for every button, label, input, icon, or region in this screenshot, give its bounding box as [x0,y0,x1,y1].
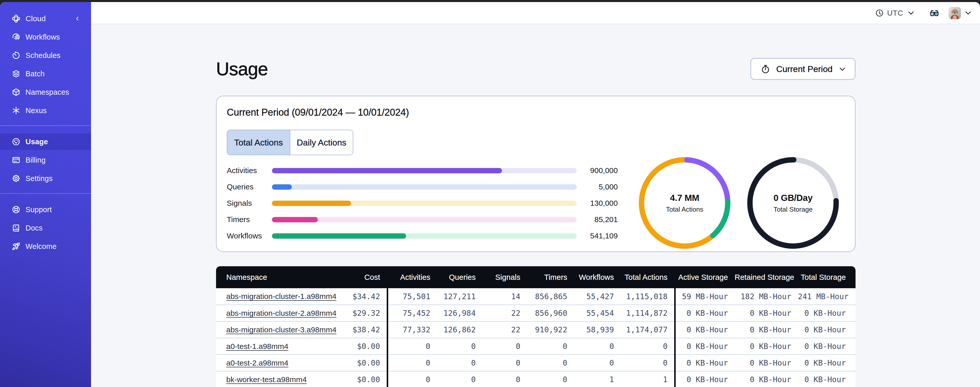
bar-track [272,217,577,222]
bar-label: Workflows [227,232,272,240]
period-select-label: Current Period [776,64,832,74]
value-cell: 0 KB-Hour [798,338,856,355]
timezone-dropdown[interactable]: UTC [876,9,914,18]
billing-icon [12,156,21,165]
table-row: abs-migration-cluster-1.a98mm4$34.4275,5… [216,288,856,305]
sidebar-brand[interactable]: Cloud [0,10,91,27]
value-cell: 59 MB-Hour [675,288,735,305]
sidebar-item-label: Docs [25,224,43,232]
bar-value: 900,000 [577,166,618,175]
page-title: Usage [216,58,268,79]
table-row: abs-migration-cluster-2.a98mm4$29.3275,4… [216,305,856,321]
labs-toggle[interactable] [930,10,939,17]
sidebar-item-welcome[interactable]: Welcome [0,238,91,254]
value-cell: 1,174,077 [620,321,675,338]
sidebar-item-label: Workflows [25,33,60,42]
namespace-link[interactable]: bk-worker-test.a98mm4 [226,375,307,384]
value-cell: 0 [387,338,437,355]
tab-total-actions[interactable]: Total Actions [227,130,290,155]
sidebar-item-billing[interactable]: Billing [0,152,91,168]
total-actions-donut [636,154,733,251]
bar-fill [272,184,292,190]
sidebar-item-namespaces[interactable]: Namespaces [0,84,91,100]
sidebar-item-docs[interactable]: Docs [0,220,91,236]
sidebar-item-usage[interactable]: Usage [0,134,91,150]
column-header-signals: Signals [482,266,527,288]
value-cell: 0 KB-Hour [735,371,798,387]
sidebar-item-label: Support [25,205,52,214]
value-cell: 0 KB-Hour [675,338,735,355]
column-header-namespace: Namespace [216,266,349,288]
sidebar-item-batch[interactable]: Batch [0,66,91,82]
content-container: Usage Current Period Current Period (09/… [216,58,856,387]
table-row: a0-test-2.a98mm4$0.000000000 KB-Hour0 KB… [216,355,856,371]
bar-fill [272,217,318,222]
value-cell: 0 KB-Hour [735,305,798,321]
account-menu[interactable] [949,6,971,19]
namespace-link[interactable]: a0-test-2.a98mm4 [226,359,288,367]
namespace-cell: abs-migration-cluster-3.a98mm4 [216,321,349,338]
value-cell: 0 [620,355,675,371]
bar-fill [272,168,502,173]
period-select-button[interactable]: Current Period [751,58,856,80]
usage-bar-row-timers: Timers 85,201 [227,211,618,228]
chevron-down-icon [965,10,971,16]
tab-daily-actions[interactable]: Daily Actions [290,130,353,155]
bar-value: 5,000 [577,182,618,191]
sidebar-brand-label: Cloud [25,14,46,23]
column-header-queries: Queries [437,266,482,288]
bar-label: Signals [227,199,272,208]
chevron-down-icon [839,66,846,72]
usage-bar-row-activities: Activities 900,000 [227,162,618,179]
card-title: Current Period (09/01/2024 — 10/01/2024) [227,107,845,118]
namespace-link[interactable]: abs-migration-cluster-1.a98mm4 [226,292,336,301]
value-cell: 0 [574,338,620,355]
column-header-active-storage: Active Storage [675,266,735,288]
value-cell: 1 [620,371,675,387]
usage-bar-row-queries: Queries 5,000 [227,179,618,195]
namespace-link[interactable]: abs-migration-cluster-3.a98mm4 [226,325,336,334]
collapse-sidebar-icon[interactable] [75,16,80,22]
avatar [949,6,961,19]
value-cell: 0 KB-Hour [735,355,798,371]
glasses-icon [930,10,939,17]
value-cell: 1 [574,371,620,387]
namespace-usage-table: NamespaceCostActivitiesQueriesSignalsTim… [216,266,856,387]
value-cell: 0 [437,371,482,387]
sidebar-item-support[interactable]: Support [0,201,91,218]
value-cell: 856,865 [527,288,574,305]
namespace-link[interactable]: abs-migration-cluster-2.a98mm4 [226,309,336,317]
chevron-down-icon [908,10,914,16]
sidebar-item-schedules[interactable]: Schedules [0,47,91,64]
table-row: abs-migration-cluster-3.a98mm4$38.4277,3… [216,321,856,338]
value-cell: 0 KB-Hour [675,355,735,371]
column-header-cost: Cost [349,266,387,288]
namespace-link[interactable]: a0-test-1.a98mm4 [226,342,288,350]
welcome-icon [12,242,21,251]
table-row: a0-test-1.a98mm4$0.000000000 KB-Hour0 KB… [216,338,856,355]
timezone-label: UTC [887,9,903,18]
bar-label: Timers [227,215,272,224]
value-cell: 0 KB-Hour [798,321,856,338]
bar-value: 541,109 [577,232,618,240]
clock-icon [876,9,883,17]
bar-track [272,168,577,173]
value-cell: 126,984 [437,305,482,321]
value-cell: 75,501 [387,288,437,305]
sidebar-item-workflows[interactable]: Workflows [0,29,91,45]
value-cell: 0 [620,338,675,355]
sidebar-item-nexus[interactable]: Nexus [0,102,91,119]
table-body: abs-migration-cluster-1.a98mm4$34.4275,5… [216,288,856,387]
sidebar-item-settings[interactable]: Settings [0,170,91,187]
batch-icon [12,69,21,78]
temporal-cloud-logo-icon [12,14,21,23]
bar-track [272,201,577,206]
value-cell: $0.00 [349,355,387,371]
value-cell: 856,960 [527,305,574,321]
value-cell: 0 [437,338,482,355]
value-cell: $34.42 [349,288,387,305]
namespace-cell: abs-migration-cluster-2.a98mm4 [216,305,349,321]
value-cell: 75,452 [387,305,437,321]
settings-icon [12,174,21,183]
sidebar-item-label: Nexus [25,106,47,115]
